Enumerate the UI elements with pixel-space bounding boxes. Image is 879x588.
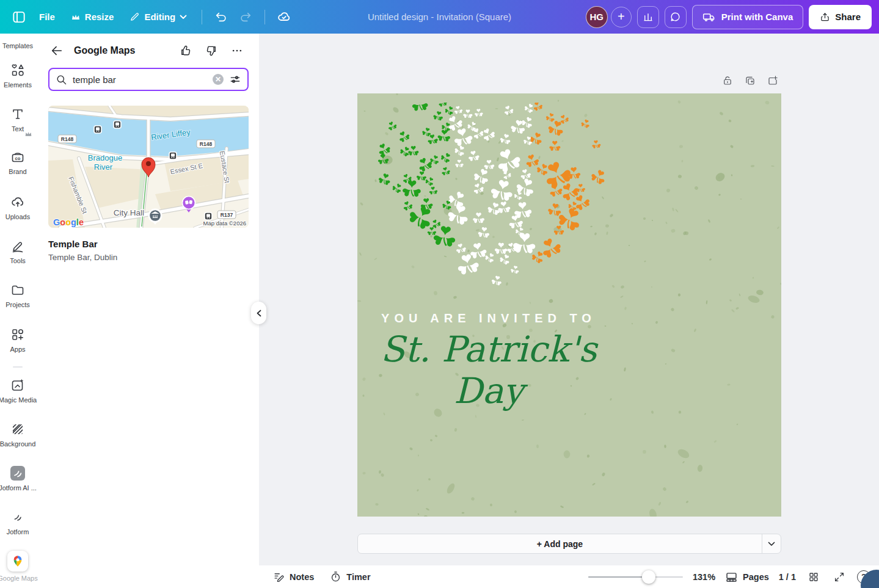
zoom-slider[interactable] xyxy=(588,570,683,584)
svg-text:R148: R148 xyxy=(61,136,74,142)
cloud-save-status-icon[interactable] xyxy=(274,7,294,27)
sidebar-item-projects[interactable]: Projects xyxy=(0,282,35,308)
file-menu-button[interactable]: File xyxy=(33,7,61,27)
page-controls xyxy=(719,72,781,89)
invitation-kicker-text[interactable]: YOU ARE INVITED TO xyxy=(357,311,620,325)
sidebar-item-elements[interactable]: Elements xyxy=(0,62,35,89)
add-page-split-button: + Add page xyxy=(357,534,781,554)
thumbs-down-icon[interactable] xyxy=(203,42,220,59)
print-with-canva-button[interactable]: Print with Canva xyxy=(692,5,804,29)
sidebar-item-magic-media[interactable]: Magic Media xyxy=(0,377,35,404)
design-title[interactable]: Untitled design - Invitation (Square) xyxy=(368,0,511,34)
svg-text:R137: R137 xyxy=(221,212,233,218)
editing-mode-button[interactable]: Editing xyxy=(123,7,193,27)
background-texture-icon xyxy=(10,421,26,437)
apps-grid-icon xyxy=(10,327,26,343)
chevron-down-icon xyxy=(180,15,187,20)
chevron-left-icon xyxy=(256,310,262,317)
map-attribution: Map data ©2026 xyxy=(203,220,246,227)
truck-icon xyxy=(702,12,716,23)
road-badge-r148-left: R148 xyxy=(58,135,76,143)
crown-icon xyxy=(71,13,81,21)
search-icon xyxy=(56,74,67,85)
sidebar-item-tools[interactable]: Tools xyxy=(0,238,35,264)
clear-search-icon[interactable]: ✕ xyxy=(213,74,224,85)
sidebar-item-apps[interactable]: Apps xyxy=(0,327,35,353)
shapes-icon xyxy=(10,62,26,78)
add-page-caret-button[interactable] xyxy=(762,534,781,553)
zoom-level[interactable]: 131% xyxy=(693,572,715,582)
avatar[interactable]: HG xyxy=(586,6,608,28)
pencil-icon xyxy=(129,12,140,22)
app-sidebar: Templates Elements Text co Brand Uploads… xyxy=(0,34,35,588)
share-button[interactable]: Share xyxy=(809,5,872,29)
result-subtitle: Temple Bar, Dublin xyxy=(48,253,259,262)
back-button[interactable] xyxy=(48,42,65,59)
redo-button[interactable] xyxy=(235,7,256,27)
invitation-title-text[interactable]: St. Patrick's Day xyxy=(357,328,626,412)
thumbs-up-icon[interactable] xyxy=(177,42,194,59)
sidebar-item-brand[interactable]: co Brand xyxy=(0,149,35,175)
home-sidebar-toggle-button[interactable] xyxy=(9,7,29,27)
add-member-button[interactable]: + xyxy=(611,7,632,27)
duplicate-page-button[interactable] xyxy=(742,72,759,89)
shamrock-heart-artwork[interactable] xyxy=(371,103,612,315)
google-maps-pin-icon xyxy=(12,555,24,567)
add-page-icon-button[interactable] xyxy=(764,72,781,89)
sidebar-item-text[interactable]: Text xyxy=(0,106,35,132)
undo-button[interactable] xyxy=(211,7,232,27)
folder-icon xyxy=(10,282,26,298)
sidebar-item-jotform-ai[interactable]: Jotform AI ... xyxy=(0,465,35,492)
upload-cloud-icon xyxy=(10,194,26,210)
google-maps-panel: Google Maps ✕ xyxy=(35,34,259,588)
search-input[interactable] xyxy=(73,74,207,85)
svg-text:River: River xyxy=(94,162,113,172)
map-result-thumbnail[interactable]: River Liffey Bradogue River Essex St E E… xyxy=(48,106,249,228)
pen-tool-icon xyxy=(10,238,26,254)
magic-media-icon xyxy=(10,377,26,393)
toolbar-divider xyxy=(202,10,202,24)
sidebar-item-jotform[interactable]: Jotform xyxy=(0,509,35,535)
map-graphic: River Liffey Bradogue River Essex St E E… xyxy=(48,106,249,228)
grid-view-button[interactable] xyxy=(806,569,822,585)
sidebar-item-templates[interactable]: Templates xyxy=(0,39,35,49)
comments-button[interactable] xyxy=(665,6,687,28)
resize-menu-button[interactable]: Resize xyxy=(65,7,120,27)
sidebar-item-background[interactable]: Background xyxy=(0,421,35,448)
sidebar-item-uploads[interactable]: Uploads xyxy=(0,194,35,220)
share-export-icon xyxy=(820,12,830,23)
panel-collapse-button[interactable] xyxy=(251,302,266,324)
lock-page-button[interactable] xyxy=(719,72,736,89)
jotform-icon xyxy=(10,509,26,525)
road-badge-r137: R137 xyxy=(217,211,236,219)
sidebar-item-google-maps[interactable]: Google Maps xyxy=(0,551,35,582)
pages-view-button[interactable]: Pages xyxy=(725,572,769,583)
print-with-canva-label: Print with Canva xyxy=(721,12,793,22)
result-title[interactable]: Temple Bar xyxy=(48,239,259,249)
search-box: ✕ xyxy=(48,68,249,91)
notes-icon xyxy=(273,571,285,583)
editor-canvas-area: YOU ARE INVITED TO St. Patrick's Day + A… xyxy=(259,34,879,588)
file-menu-label: File xyxy=(39,12,55,22)
notes-button[interactable]: Notes xyxy=(273,571,314,583)
pages-icon xyxy=(725,572,738,583)
design-page[interactable]: YOU ARE INVITED TO St. Patrick's Day xyxy=(357,93,781,517)
chevron-down-icon xyxy=(768,542,775,546)
panel-title: Google Maps xyxy=(74,45,135,56)
status-bar: Notes Timer 131% Pages 1 / 1 ? xyxy=(259,565,879,588)
svg-text:City Hall: City Hall xyxy=(114,208,144,217)
more-options-icon[interactable] xyxy=(228,42,246,59)
sidebar-divider xyxy=(13,366,23,368)
google-maps-active-card xyxy=(7,551,28,572)
add-page-button[interactable]: + Add page xyxy=(358,534,762,553)
timer-button[interactable]: Timer xyxy=(330,571,370,583)
fullscreen-button[interactable] xyxy=(831,569,847,585)
editing-mode-label: Editing xyxy=(144,12,175,22)
zoom-slider-thumb[interactable] xyxy=(642,570,655,584)
svg-text:R148: R148 xyxy=(200,141,213,147)
share-label: Share xyxy=(835,12,861,22)
filter-sliders-icon[interactable] xyxy=(229,73,241,85)
insights-chart-button[interactable] xyxy=(637,6,659,28)
svg-text:Bradogue: Bradogue xyxy=(88,153,122,162)
resize-menu-label: Resize xyxy=(85,12,114,22)
